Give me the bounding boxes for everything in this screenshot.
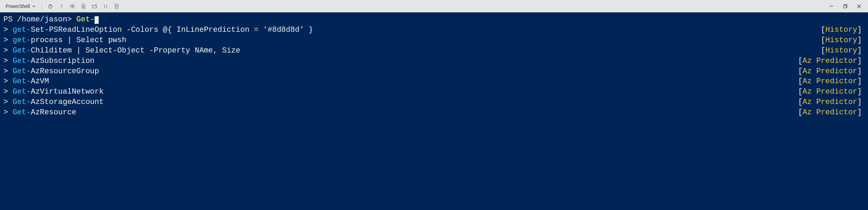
terminal-pane[interactable]: PS /home/jason> Get- > get-Set-PSReadLin… xyxy=(0,12,868,120)
suggestion-prefix: get- xyxy=(12,26,31,34)
suggestion-rest: AzVM xyxy=(31,77,49,86)
suggestion-line[interactable]: > get-Set-PSReadLineOption -Colors @{ In… xyxy=(3,25,865,35)
suggestion-text: > Get-Childitem | Select-Object -Propert… xyxy=(3,46,240,56)
suggestion-prefix: Get- xyxy=(12,98,31,106)
svg-line-8 xyxy=(71,4,71,5)
suggestion-source-label: History xyxy=(825,36,857,45)
suggestion-source: [Az Predictor] xyxy=(798,97,865,107)
suggestion-chevron: > xyxy=(3,98,12,106)
suggestion-rest: Set-PSReadLineOption -Colors @{ InLinePr… xyxy=(31,26,313,34)
suggestions-list: > get-Set-PSReadLineOption -Colors @{ In… xyxy=(3,25,865,118)
suggestion-source: [History] xyxy=(821,35,865,46)
suggestion-source: [History] xyxy=(821,46,865,56)
svg-line-9 xyxy=(73,7,74,8)
suggestion-source: [Az Predictor] xyxy=(798,107,865,118)
suggestion-source-label: Az Predictor xyxy=(802,98,857,106)
suggestion-source-label: Az Predictor xyxy=(802,67,857,76)
suggestion-chevron: > xyxy=(3,67,12,76)
titlebar-left: PowerShell ? {} xyxy=(3,1,121,11)
svg-point-3 xyxy=(71,5,73,7)
suggestion-chevron: > xyxy=(3,77,12,86)
divider xyxy=(42,3,42,10)
suggestion-text: > Get-AzVirtualNetwork xyxy=(3,87,103,97)
suggestion-prefix: Get- xyxy=(12,46,31,55)
suggestion-prefix: Get- xyxy=(12,108,31,117)
suggestion-source: [History] xyxy=(821,25,865,35)
svg-rect-16 xyxy=(844,5,846,8)
braces-icon[interactable]: {} xyxy=(101,1,110,11)
svg-text:?: ? xyxy=(60,4,62,9)
suggestion-rest: Childitem | Select-Object -Property NAme… xyxy=(31,46,240,55)
suggestion-prefix: get- xyxy=(12,36,31,45)
suggestion-line[interactable]: > Get-AzVM[Az Predictor] xyxy=(3,76,865,87)
suggestion-line[interactable]: > Get-AzStorageAccount[Az Predictor] xyxy=(3,97,865,107)
suggestion-rest: AzResourceGroup xyxy=(31,67,99,76)
suggestion-source: [Az Predictor] xyxy=(798,87,865,97)
suggestion-text: > Get-AzVM xyxy=(3,76,49,87)
prompt-line: PS /home/jason> Get- xyxy=(3,15,865,25)
close-button[interactable] xyxy=(853,1,865,11)
shell-name-label: PowerShell xyxy=(6,3,30,9)
suggestion-rest: AzStorageAccount xyxy=(31,98,103,106)
suggestion-prefix: Get- xyxy=(12,87,31,96)
settings-icon[interactable] xyxy=(68,1,77,11)
suggestion-chevron: > xyxy=(3,108,12,117)
suggestion-rest: process | Select pwsh xyxy=(31,36,126,45)
suggestion-text: > Get-AzStorageAccount xyxy=(3,97,103,107)
cursor xyxy=(95,16,99,24)
maximize-button[interactable] xyxy=(839,1,851,11)
suggestion-rest: AzSubscription xyxy=(31,57,95,65)
suggestion-chevron: > xyxy=(3,36,12,45)
power-icon[interactable] xyxy=(46,1,55,11)
shell-selector[interactable]: PowerShell xyxy=(3,2,38,10)
upload-file-icon[interactable] xyxy=(79,1,88,11)
suggestion-source-label: Az Predictor xyxy=(802,108,857,117)
suggestion-line[interactable]: > Get-Childitem | Select-Object -Propert… xyxy=(3,46,865,56)
suggestion-prefix: Get- xyxy=(12,77,31,86)
suggestion-line[interactable]: > Get-AzVirtualNetwork[Az Predictor] xyxy=(3,87,865,97)
suggestion-chevron: > xyxy=(3,87,12,96)
suggestion-chevron: > xyxy=(3,57,12,65)
suggestion-line[interactable]: > Get-AzResourceGroup[Az Predictor] xyxy=(3,66,865,77)
suggestion-line[interactable]: > Get-AzSubscription[Az Predictor] xyxy=(3,56,865,66)
suggestion-text: > get-process | Select pwsh xyxy=(3,35,126,46)
minimize-button[interactable] xyxy=(825,1,838,11)
svg-line-11 xyxy=(73,4,74,5)
suggestion-prefix: Get- xyxy=(12,57,31,65)
suggestion-rest: AzVirtualNetwork xyxy=(31,87,103,96)
suggestion-text: > Get-AzResourceGroup xyxy=(3,66,99,77)
svg-text:{}: {} xyxy=(103,4,108,9)
suggestion-source-label: Az Predictor xyxy=(802,87,857,96)
suggestion-rest: AzResource xyxy=(31,108,76,117)
suggestion-source-label: History xyxy=(825,26,857,34)
suggestion-source-label: Az Predictor xyxy=(802,57,857,65)
current-input: Get- xyxy=(76,15,95,24)
suggestion-source: [Az Predictor] xyxy=(798,76,865,87)
open-file-icon[interactable] xyxy=(112,1,121,11)
suggestion-source: [Az Predictor] xyxy=(798,56,865,66)
titlebar: PowerShell ? {} xyxy=(0,0,868,12)
svg-line-10 xyxy=(71,7,71,8)
suggestion-source-label: Az Predictor xyxy=(802,77,857,86)
suggestion-text: > Get-AzResource xyxy=(3,107,76,118)
window-controls xyxy=(825,1,865,11)
suggestion-source-label: History xyxy=(825,46,857,55)
suggestion-chevron: > xyxy=(3,26,12,34)
suggestion-source: [Az Predictor] xyxy=(798,66,865,77)
suggestion-line[interactable]: > Get-AzResource[Az Predictor] xyxy=(3,107,865,118)
prompt-prefix: PS /home/jason> xyxy=(3,15,76,24)
new-folder-icon[interactable] xyxy=(90,1,99,11)
suggestion-prefix: Get- xyxy=(12,67,31,76)
suggestion-line[interactable]: > get-process | Select pwsh[History] xyxy=(3,35,865,46)
suggestion-text: > Get-AzSubscription xyxy=(3,56,95,66)
suggestion-text: > get-Set-PSReadLineOption -Colors @{ In… xyxy=(3,25,313,35)
suggestion-chevron: > xyxy=(3,46,12,55)
chevron-down-icon xyxy=(32,4,36,8)
help-icon[interactable]: ? xyxy=(57,1,66,11)
